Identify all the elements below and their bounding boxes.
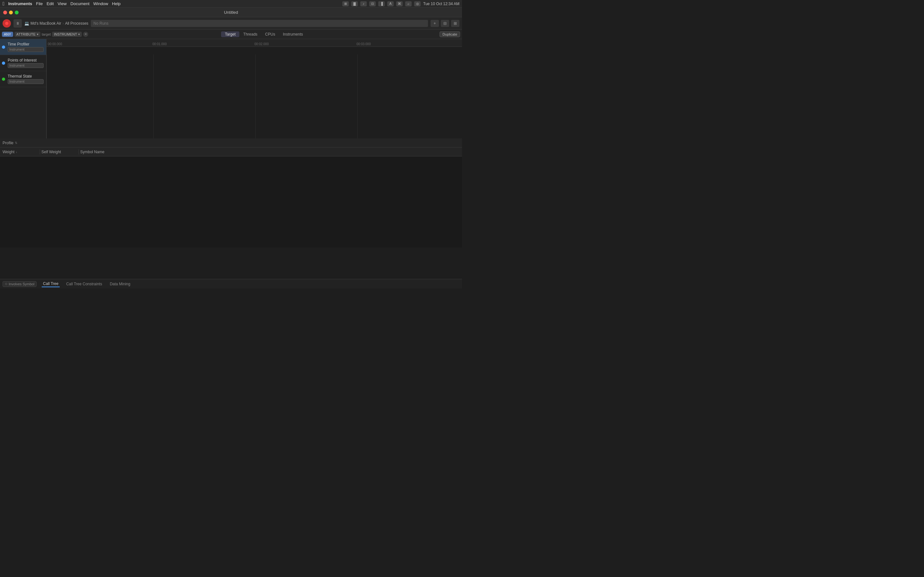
profile-label: Profile xyxy=(3,141,13,145)
device-separator: › xyxy=(63,21,64,26)
laptop-icon: 💻 xyxy=(24,21,29,26)
table-header: Weight ↓ Self Weight Symbol Name xyxy=(0,147,462,156)
add-instrument-button[interactable]: + xyxy=(431,20,439,27)
battery-icon: ▓ xyxy=(351,1,358,6)
tab-instruments[interactable]: Instruments xyxy=(279,31,307,37)
window-controls xyxy=(3,11,19,15)
no-runs-field: No Runs xyxy=(91,20,428,27)
volume-icon[interactable]: ♪ xyxy=(360,1,367,6)
titlebar: Untitled xyxy=(0,8,462,17)
menubar-left:  Instruments File Edit View Document Wi… xyxy=(3,1,121,7)
app-wrapper:  Instruments File Edit View Document Wi… xyxy=(0,0,462,288)
toolbar-right: + ⊟ ⊞ xyxy=(431,20,459,27)
profile-header: Profile ⇅ xyxy=(0,139,462,147)
apple-menu[interactable]:  xyxy=(3,1,5,7)
plus-icon: + xyxy=(433,21,436,26)
battery-status-icon: ▐ xyxy=(378,1,384,6)
siri-icon[interactable]: ◎ xyxy=(414,1,421,6)
device-name: Md's MacBook Air xyxy=(31,21,61,26)
duplicate-button[interactable]: Duplicate xyxy=(439,31,460,37)
instrument-name-2: Points of Interest xyxy=(8,58,44,63)
filterbar: ANY ATTRIBUTE ▾ target INSTRUMENT ▾ ✕ Ta… xyxy=(0,29,462,39)
instrument-badge-2: Instrument xyxy=(8,63,44,68)
profile-sort-icon[interactable]: ⇅ xyxy=(15,141,17,145)
gridline-2 xyxy=(255,55,256,139)
instrument-list: Time Profiler Instrument Points of Inter… xyxy=(0,39,47,139)
menu-document[interactable]: Document xyxy=(71,1,89,6)
split-view-icon: ⊟ xyxy=(443,21,447,26)
filter-instrument-tag[interactable]: INSTRUMENT ▾ xyxy=(52,32,82,37)
instrument-name-3: Thermal State xyxy=(8,74,44,79)
tab-cpus[interactable]: CPUs xyxy=(261,31,279,37)
instrument-item-time-profiler[interactable]: Time Profiler Instrument xyxy=(0,39,46,55)
maximize-button[interactable] xyxy=(15,11,19,15)
menu-help[interactable]: Help xyxy=(112,1,121,6)
timeline-ruler: 00:00.000 00:01.000 00:02.000 00:03.000 xyxy=(47,39,462,47)
filter-any-tag[interactable]: ANY xyxy=(2,32,13,37)
app-name[interactable]: Instruments xyxy=(8,1,32,6)
tab-target[interactable]: Target xyxy=(221,31,239,37)
filter-target-keyword: target xyxy=(42,32,51,36)
process-name: All Processes xyxy=(65,21,89,26)
profile-section: Profile ⇅ Weight ↓ Self Weight Symbol Na… xyxy=(0,139,462,247)
clock: Tue 10 Oct 12:34 AM xyxy=(423,2,459,6)
instrument-badge: Instrument xyxy=(8,47,44,52)
record-button[interactable] xyxy=(3,19,11,27)
menubar-right: ⊞ ▓ ♪ ⊡ ▐ A ⌘ ⌕ ◎ Tue 10 Oct 12:34 AM xyxy=(342,1,459,6)
bottom-tabs: Call Tree Call Tree Constraints Data Min… xyxy=(42,281,132,287)
track-area: Time Profiler Instrument Points of Inter… xyxy=(0,39,462,139)
grid-view-icon: ⊞ xyxy=(454,21,457,26)
control-center-icon[interactable]: ⊞ xyxy=(342,1,349,6)
layout-grid-button[interactable]: ⊞ xyxy=(451,20,459,27)
col-symbol-name[interactable]: Symbol Name xyxy=(79,150,461,154)
menu-file[interactable]: File xyxy=(36,1,43,6)
keyboard-icon[interactable]: A xyxy=(387,1,394,6)
toolbar: ⏸ 💻 Md's MacBook Air › All Processes No … xyxy=(0,17,462,29)
filterbar-tabs: Target Threads CPUs Instruments xyxy=(221,31,307,37)
record-dot xyxy=(5,22,8,25)
timeline-mark-2: 00:02.000 xyxy=(254,42,269,46)
instrument-item-points-of-interest[interactable]: Points of Interest Instrument xyxy=(0,55,46,71)
sort-arrow-icon: ↓ xyxy=(16,150,17,153)
wifi-icon[interactable]: ⌘ xyxy=(396,1,403,6)
timeline-mark-0: 00:00.000 xyxy=(48,42,62,46)
menu-view[interactable]: View xyxy=(58,1,67,6)
display-icon[interactable]: ⊡ xyxy=(369,1,376,6)
bottom-tab-call-tree[interactable]: Call Tree xyxy=(42,281,60,287)
timeline-content xyxy=(47,47,462,139)
search-icon[interactable]: ⌕ xyxy=(405,1,412,6)
chevron-down-icon-2: ▾ xyxy=(78,33,80,36)
layout-split-button[interactable]: ⊟ xyxy=(441,20,449,27)
chevron-down-icon: ▾ xyxy=(37,33,39,36)
col-weight[interactable]: Weight ↓ xyxy=(1,150,40,154)
bottom-filter[interactable]: ⊙ Involves Symbol xyxy=(3,281,37,287)
instrument-dot-blue-2 xyxy=(2,61,5,65)
menubar:  Instruments File Edit View Document Wi… xyxy=(0,0,462,8)
instrument-item-thermal-state[interactable]: Thermal State Instrument xyxy=(0,71,46,87)
bottom-bar: ⊙ Involves Symbol Call Tree Call Tree Co… xyxy=(0,279,462,288)
pause-button[interactable]: ⏸ xyxy=(13,19,22,27)
no-runs-label: No Runs xyxy=(94,21,108,26)
timeline-mark-3: 00:03.000 xyxy=(357,42,371,46)
timeline-mark-1: 00:01.000 xyxy=(152,42,167,46)
col-self-weight[interactable]: Self Weight xyxy=(40,150,79,154)
bottom-tab-call-tree-constraints[interactable]: Call Tree Constraints xyxy=(65,281,103,287)
pause-icon: ⏸ xyxy=(16,21,19,26)
filter-attribute-tag[interactable]: ATTRIBUTE ▾ xyxy=(15,32,40,37)
content-wrapper: Time Profiler Instrument Points of Inter… xyxy=(0,39,462,288)
gridline-0 xyxy=(47,55,47,139)
tab-threads[interactable]: Threads xyxy=(239,31,261,37)
bottom-tab-data-mining[interactable]: Data Mining xyxy=(108,281,132,287)
menu-window[interactable]: Window xyxy=(94,1,108,6)
instrument-dot-green xyxy=(2,77,5,81)
menu-edit[interactable]: Edit xyxy=(47,1,53,6)
gridline-3 xyxy=(357,55,358,139)
minimize-button[interactable] xyxy=(9,11,13,15)
col-self-weight-label: Self Weight xyxy=(41,150,61,154)
window-title: Untitled xyxy=(224,10,238,15)
filter-involves-symbol: Involves Symbol xyxy=(9,282,34,286)
filter-close-button[interactable]: ✕ xyxy=(83,32,88,37)
close-button[interactable] xyxy=(3,11,7,15)
timeline-area: 00:00.000 00:01.000 00:02.000 00:03.000 xyxy=(47,39,462,139)
instrument-dot-blue xyxy=(2,45,5,49)
